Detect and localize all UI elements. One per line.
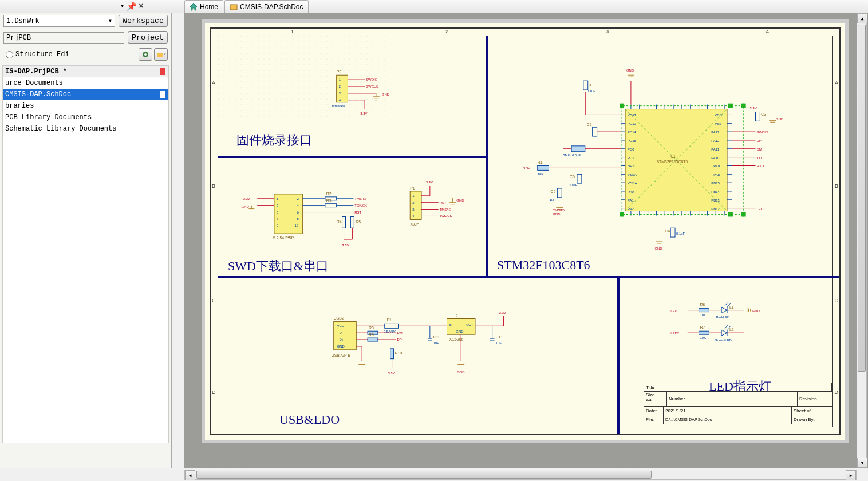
svg-text:VDDA: VDDA <box>628 182 637 185</box>
scroll-right-button[interactable]: ▸ <box>846 470 856 480</box>
workspace-button[interactable]: Workspace <box>119 15 168 27</box>
project-tree[interactable]: IS-DAP.PrjPCB * urce Documents CMSIS-DAP… <box>2 65 169 443</box>
horizontal-scrollbar[interactable]: ◂ ▸ <box>184 470 857 480</box>
svg-text:DP: DP <box>397 338 401 341</box>
svg-text:TXD: TXD <box>756 156 763 160</box>
scroll-up-button[interactable]: ▴ <box>857 13 867 23</box>
svg-text:1: 1 <box>277 197 278 200</box>
svg-text:VBAT: VBAT <box>628 113 636 117</box>
svg-text:VSS: VSS <box>715 122 721 125</box>
tb-date: 2021/1/21 <box>664 407 792 415</box>
svg-rect-206 <box>755 112 760 121</box>
svg-text:10K: 10K <box>538 172 544 176</box>
tree-label: PCB Library Documents <box>5 113 92 121</box>
svg-text:GND: GND <box>776 117 783 121</box>
svg-rect-60 <box>350 216 354 228</box>
svg-text:3.3V: 3.3V <box>523 167 530 170</box>
tb-rev: Revision <box>798 392 832 406</box>
svg-text:R7: R7 <box>700 325 705 329</box>
tree-label: braries <box>5 102 34 110</box>
border-row: C <box>212 298 216 303</box>
tb-sheet: Sheet of <box>792 407 832 415</box>
svg-text:R10: R10 <box>395 351 403 355</box>
tree-item[interactable]: Schematic Library Documents <box>3 123 168 135</box>
tree-item-schdoc[interactable]: CMSIS-DAP.SchDoc <box>3 89 168 100</box>
tab-schdoc[interactable]: CMSIS-DAP.SchDoc <box>224 0 308 13</box>
svg-text:NRST: NRST <box>628 164 637 168</box>
projects-panel: 1.DsnWrk ▾ Workspace PrjPCB Project Stru… <box>0 13 172 468</box>
svg-text:R2: R2 <box>326 192 332 196</box>
tree-item[interactable]: urce Documents <box>3 77 168 89</box>
scroll-thumb[interactable] <box>196 471 652 479</box>
svg-text:R8: R8 <box>369 326 374 330</box>
svg-text:5 2.54 2*5P: 5 2.54 2*5P <box>273 236 294 240</box>
svg-text:PC13: PC13 <box>628 122 637 125</box>
svg-text:TCK/CK: TCK/CK <box>440 214 452 218</box>
svg-text:1uF: 1uF <box>496 341 502 345</box>
tool-button-2[interactable]: ▾ <box>154 48 168 61</box>
tb-size-label: Size <box>646 392 655 397</box>
svg-marker-288 <box>721 307 727 313</box>
svg-rect-3 <box>157 53 163 57</box>
svg-rect-52 <box>325 204 337 207</box>
tree-label: Schematic Library Documents <box>5 125 116 133</box>
top-bar: ▾ 📌 × <box>0 0 868 13</box>
pin-icon[interactable]: 📌 <box>127 2 136 11</box>
view-structure-radio[interactable]: Structure Edi <box>3 48 72 61</box>
svg-text:PA0: PA0 <box>628 190 634 194</box>
project-button[interactable]: Project <box>128 31 168 44</box>
workspace-value: 1.DsnWrk <box>6 17 40 25</box>
tab-home[interactable]: Home <box>184 0 223 13</box>
tb-title: Title <box>644 383 832 391</box>
svg-line-307 <box>725 325 728 328</box>
down-arrow-icon[interactable]: ▾ <box>120 2 124 11</box>
svg-text:L2: L2 <box>729 328 734 332</box>
project-value: PrjPCB <box>6 34 31 42</box>
svg-text:GND: GND <box>242 205 249 208</box>
svg-text:PA12: PA12 <box>711 139 719 143</box>
tool-button-1[interactable] <box>139 48 152 61</box>
workspace-dropdown[interactable]: 1.DsnWrk ▾ <box>3 15 115 27</box>
vertical-scrollbar[interactable]: ▴ ▾ <box>857 13 867 468</box>
svg-text:LED1: LED1 <box>670 309 679 313</box>
svg-text:C11: C11 <box>496 335 503 339</box>
svg-text:PA10: PA10 <box>711 156 720 160</box>
svg-text:P2: P2 <box>337 70 342 74</box>
border-col: 2 <box>445 29 448 34</box>
project-field[interactable]: PrjPCB <box>3 32 124 44</box>
tree-project-root[interactable]: IS-DAP.PrjPCB * <box>3 66 168 77</box>
svg-text:PA13: PA13 <box>711 131 720 134</box>
svg-text:C3: C3 <box>761 112 766 116</box>
scroll-down-button[interactable]: ▾ <box>857 458 867 468</box>
svg-text:TMS/IO: TMS/IO <box>440 208 452 211</box>
svg-text:USB2: USB2 <box>334 316 344 320</box>
tree-item[interactable]: PCB Library Documents <box>3 112 168 123</box>
scroll-left-button[interactable]: ◂ <box>185 470 195 480</box>
svg-text:PA2: PA2 <box>628 207 634 211</box>
svg-text:DM: DM <box>397 331 402 334</box>
svg-text:0.1uF: 0.1uF <box>676 232 685 235</box>
svg-text:IN: IN <box>449 323 452 326</box>
svg-text:PD0: PD0 <box>628 148 634 151</box>
svg-text:3.3V: 3.3V <box>360 112 367 115</box>
svg-text:PA8: PA8 <box>713 173 720 176</box>
schematic-canvas[interactable]: 1 2 3 4 A B C D A B C D 固件烧录接口 SWD下载口&串口… <box>184 13 868 468</box>
svg-text:VSSA: VSSA <box>628 173 637 176</box>
svg-text:0.1uF: 0.1uF <box>587 89 596 93</box>
svg-line-290 <box>725 302 728 306</box>
border-row: D <box>835 389 839 395</box>
svg-rect-212 <box>670 228 675 237</box>
tree-label: CMSIS-DAP.SchDoc <box>5 90 71 98</box>
svg-text:3.3V: 3.3V <box>426 180 433 184</box>
svg-text:0.1uF: 0.1uF <box>569 183 578 187</box>
tree-item[interactable]: braries <box>3 100 168 112</box>
svg-rect-66 <box>410 191 421 219</box>
border-row: D <box>212 389 216 395</box>
svg-rect-218 <box>557 188 562 198</box>
radio-input[interactable] <box>6 51 13 58</box>
svg-text:Green/LED: Green/LED <box>715 338 732 342</box>
scroll-thumb[interactable] <box>858 25 866 372</box>
svg-rect-185 <box>538 165 549 170</box>
svg-text:2: 2 <box>412 201 414 204</box>
close-icon[interactable]: × <box>139 2 143 11</box>
